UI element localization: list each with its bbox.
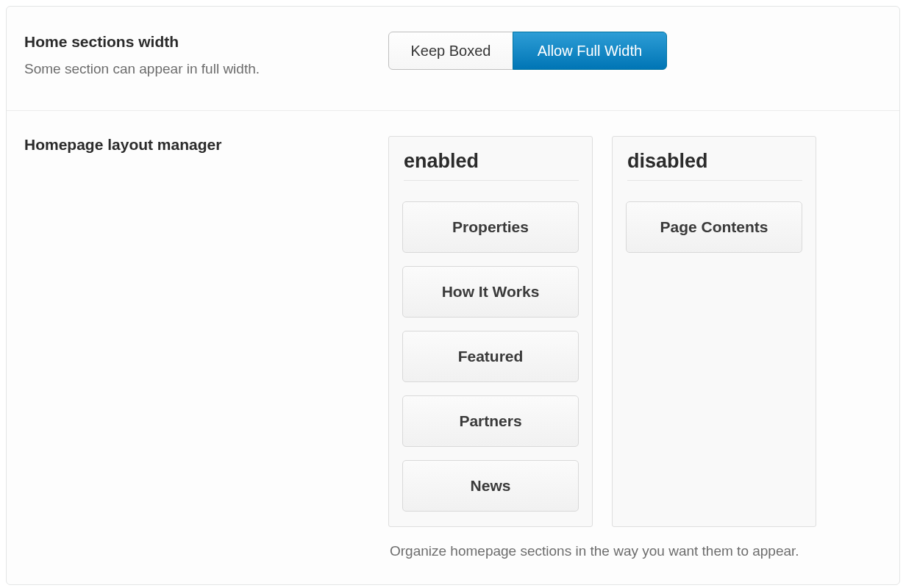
section-item-news[interactable]: News: [402, 460, 579, 512]
disabled-column: disabled Page Contents: [612, 136, 816, 527]
layout-columns: enabled Properties How It Works Featured…: [388, 136, 882, 527]
layout-manager-help-text: Organize homepage sections in the way yo…: [390, 542, 882, 562]
label-column: Home sections width Some section can app…: [24, 33, 388, 79]
home-sections-width-title: Home sections width: [24, 33, 388, 51]
settings-panel: Home sections width Some section can app…: [6, 6, 900, 585]
keep-boxed-button[interactable]: Keep Boxed: [388, 32, 513, 70]
control-column: Keep Boxed Allow Full Width: [388, 33, 882, 70]
disabled-column-title: disabled: [627, 150, 802, 181]
control-column: enabled Properties How It Works Featured…: [388, 136, 882, 562]
section-item-featured[interactable]: Featured: [402, 331, 579, 382]
home-sections-width-row: Home sections width Some section can app…: [7, 7, 899, 111]
enabled-column: enabled Properties How It Works Featured…: [388, 136, 593, 527]
homepage-layout-manager-title: Homepage layout manager: [24, 136, 388, 154]
enabled-list[interactable]: Properties How It Works Featured Partner…: [402, 201, 579, 512]
section-item-partners[interactable]: Partners: [402, 395, 579, 447]
home-sections-width-description: Some section can appear in full width.: [24, 60, 388, 79]
section-item-properties[interactable]: Properties: [402, 201, 579, 253]
label-column: Homepage layout manager: [24, 136, 388, 162]
section-item-page-contents[interactable]: Page Contents: [626, 201, 802, 253]
allow-full-width-button[interactable]: Allow Full Width: [513, 32, 667, 70]
section-item-how-it-works[interactable]: How It Works: [402, 266, 579, 318]
enabled-column-title: enabled: [404, 150, 579, 181]
homepage-layout-manager-row: Homepage layout manager enabled Properti…: [7, 111, 899, 585]
disabled-list[interactable]: Page Contents: [626, 201, 802, 253]
width-toggle-group: Keep Boxed Allow Full Width: [388, 32, 667, 70]
